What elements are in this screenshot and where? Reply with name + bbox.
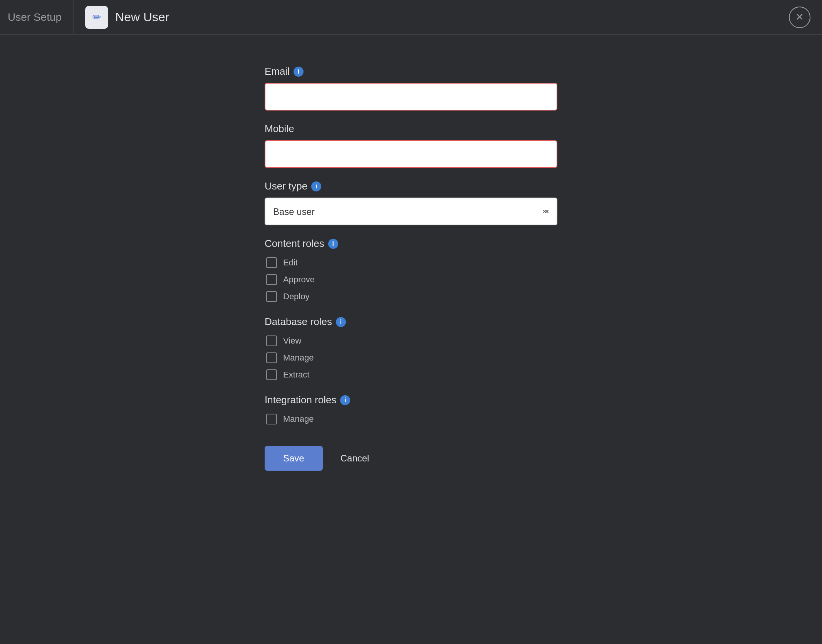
- form-actions: Save Cancel: [265, 446, 557, 471]
- extract-checkbox[interactable]: [266, 369, 277, 380]
- user-type-select[interactable]: Base user Admin Super Admin: [265, 198, 557, 225]
- content-roles-info-icon[interactable]: i: [328, 239, 338, 249]
- database-role-extract[interactable]: Extract: [266, 369, 557, 380]
- database-role-manage[interactable]: Manage: [266, 352, 557, 363]
- save-button[interactable]: Save: [265, 446, 323, 471]
- integration-roles-title: Integration roles i: [265, 394, 557, 406]
- database-roles-info-icon[interactable]: i: [336, 317, 346, 327]
- new-user-form: Email i Mobile User type i Base: [265, 65, 557, 471]
- email-group: Email i: [265, 65, 557, 111]
- new-user-tab: ✏ New User: [85, 0, 169, 34]
- mobile-group: Mobile: [265, 123, 557, 168]
- tab-title: New User: [115, 10, 169, 24]
- manage-db-label: Manage: [283, 353, 314, 363]
- deploy-checkbox[interactable]: [266, 291, 277, 302]
- email-input[interactable]: [265, 83, 557, 111]
- close-icon: ✕: [795, 11, 804, 23]
- integration-roles-section: Integration roles i Manage: [265, 394, 557, 424]
- tab-icon-wrapper: ✏: [85, 6, 108, 29]
- manage-db-checkbox[interactable]: [266, 352, 277, 363]
- manage-int-label: Manage: [283, 414, 314, 424]
- app-title: User Setup: [8, 0, 74, 34]
- content-roles-checkboxes: Edit Approve Deploy: [265, 257, 557, 302]
- database-roles-checkboxes: View Manage Extract: [265, 335, 557, 380]
- approve-label: Approve: [283, 275, 315, 285]
- deploy-label: Deploy: [283, 292, 309, 302]
- database-roles-title: Database roles i: [265, 316, 557, 328]
- content-role-edit[interactable]: Edit: [266, 257, 557, 268]
- email-label: Email i: [265, 65, 557, 77]
- database-role-view[interactable]: View: [266, 335, 557, 346]
- manage-int-checkbox[interactable]: [266, 414, 277, 424]
- content-roles-title: Content roles i: [265, 238, 557, 250]
- user-type-label: User type i: [265, 180, 557, 192]
- cancel-button[interactable]: Cancel: [334, 446, 376, 471]
- user-type-group: User type i Base user Admin Super Admin: [265, 180, 557, 225]
- email-info-icon[interactable]: i: [294, 67, 304, 77]
- approve-checkbox[interactable]: [266, 274, 277, 285]
- integration-roles-checkboxes: Manage: [265, 414, 557, 424]
- content-role-deploy[interactable]: Deploy: [266, 291, 557, 302]
- view-label: View: [283, 336, 301, 346]
- content-roles-section: Content roles i Edit Approve Deploy: [265, 238, 557, 302]
- content-role-approve[interactable]: Approve: [266, 274, 557, 285]
- integration-role-manage[interactable]: Manage: [266, 414, 557, 424]
- main-content: Email i Mobile User type i Base: [0, 35, 822, 471]
- view-checkbox[interactable]: [266, 335, 277, 346]
- edit-label: Edit: [283, 258, 298, 268]
- user-type-info-icon[interactable]: i: [311, 181, 321, 191]
- header: User Setup ✏ New User ✕: [0, 0, 822, 35]
- mobile-input[interactable]: [265, 140, 557, 168]
- database-roles-section: Database roles i View Manage Extract: [265, 316, 557, 380]
- close-button[interactable]: ✕: [789, 7, 810, 28]
- extract-label: Extract: [283, 370, 309, 380]
- edit-pen-icon: ✏: [92, 11, 101, 23]
- mobile-label: Mobile: [265, 123, 557, 135]
- integration-roles-info-icon[interactable]: i: [340, 395, 350, 405]
- edit-checkbox[interactable]: [266, 257, 277, 268]
